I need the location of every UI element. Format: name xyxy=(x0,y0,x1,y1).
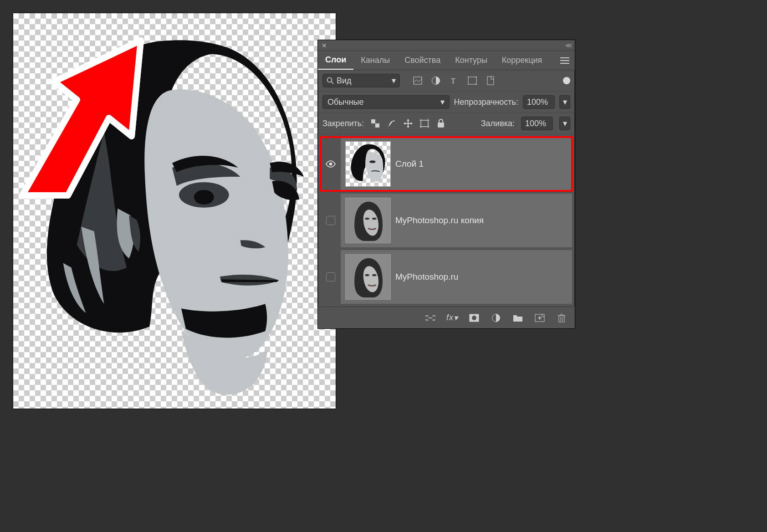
tab-label: Слои xyxy=(325,55,346,65)
panel-bottom-toolbar: fx▾ xyxy=(318,307,575,328)
svg-rect-11 xyxy=(468,84,469,85)
layers-list: Слой 1 MyPhotoshop.ru копия xyxy=(318,134,575,304)
svg-rect-13 xyxy=(487,77,494,85)
chevron-down-icon: ▾ xyxy=(440,97,445,107)
svg-rect-10 xyxy=(476,77,477,77)
svg-rect-8 xyxy=(468,77,476,84)
layer-thumbnail[interactable] xyxy=(345,198,391,243)
filter-pixel-icon[interactable] xyxy=(413,76,423,86)
svg-point-31 xyxy=(372,274,377,276)
filter-adjust-icon[interactable] xyxy=(431,76,441,86)
layer-filter-row: Вид ▾ T xyxy=(318,70,575,92)
svg-rect-16 xyxy=(375,119,379,123)
document-canvas[interactable] xyxy=(13,13,336,409)
visibility-unchecked-icon xyxy=(326,272,335,281)
lock-artboard-icon[interactable] xyxy=(419,118,430,128)
fill-stepper[interactable]: ▾ xyxy=(559,117,570,130)
layers-panel: ✕ << Слои Каналы Свойства Контуры Коррек… xyxy=(317,40,575,329)
lock-label: Закрепить: xyxy=(322,119,364,128)
tab-adjustments[interactable]: Коррекция xyxy=(495,51,550,70)
panel-titlebar[interactable]: ✕ << xyxy=(318,40,575,51)
search-label: Вид xyxy=(337,76,352,86)
svg-point-24 xyxy=(329,163,332,165)
svg-rect-9 xyxy=(468,77,469,77)
svg-point-1 xyxy=(194,190,214,205)
blend-mode-value: Обычные xyxy=(327,97,364,107)
svg-rect-17 xyxy=(371,123,375,128)
lock-transparency-icon[interactable] xyxy=(370,118,380,128)
svg-rect-23 xyxy=(438,123,444,128)
search-icon xyxy=(327,77,334,84)
svg-text:T: T xyxy=(451,77,455,85)
link-layers-icon[interactable] xyxy=(425,313,435,323)
blend-opacity-row: Обычные ▾ Непрозрачность: 100% ▾ xyxy=(318,92,575,113)
fill-label: Заливка: xyxy=(481,119,515,128)
svg-rect-38 xyxy=(559,316,564,322)
panel-tabs: Слои Каналы Свойства Контуры Коррекция xyxy=(318,51,575,70)
panel-menu-icon[interactable] xyxy=(555,51,575,70)
visibility-toggle[interactable] xyxy=(321,250,341,304)
tab-label: Свойства xyxy=(404,56,440,65)
callout-arrow xyxy=(13,13,168,205)
layer-thumbnail[interactable] xyxy=(345,254,391,300)
visibility-unchecked-icon xyxy=(326,216,335,225)
opacity-label: Непрозрачность: xyxy=(454,97,518,107)
tab-label: Контуры xyxy=(455,56,487,65)
new-layer-icon[interactable] xyxy=(535,313,545,323)
tab-properties[interactable]: Свойства xyxy=(397,51,448,70)
collapse-icon[interactable]: << xyxy=(566,42,571,49)
opacity-input[interactable]: 100% xyxy=(523,95,555,109)
layer-name: Слой 1 xyxy=(395,159,424,169)
tab-channels[interactable]: Каналы xyxy=(353,51,397,70)
svg-rect-18 xyxy=(421,120,428,127)
blend-mode-select[interactable]: Обычные ▾ xyxy=(322,95,450,109)
tab-layers[interactable]: Слои xyxy=(318,51,353,70)
layer-search[interactable]: Вид ▾ xyxy=(322,74,400,87)
svg-point-3 xyxy=(327,78,332,82)
svg-point-30 xyxy=(365,274,369,276)
tab-label: Каналы xyxy=(361,56,390,65)
svg-rect-12 xyxy=(476,84,477,85)
fill-input[interactable]: 100% xyxy=(521,117,553,130)
layer-name: MyPhotoshop.ru xyxy=(395,272,458,282)
svg-rect-15 xyxy=(375,123,379,128)
svg-rect-5 xyxy=(414,77,422,84)
svg-rect-14 xyxy=(371,119,375,123)
svg-point-28 xyxy=(372,218,377,220)
svg-point-25 xyxy=(369,160,376,163)
layer-name: MyPhotoshop.ru копия xyxy=(395,215,484,225)
filter-type-icon[interactable]: T xyxy=(449,76,459,86)
svg-marker-2 xyxy=(22,41,141,195)
new-group-icon[interactable] xyxy=(513,313,523,323)
filter-smart-icon[interactable] xyxy=(486,76,496,86)
new-adjustment-icon[interactable] xyxy=(491,313,501,323)
lock-image-icon[interactable] xyxy=(387,118,397,128)
opacity-stepper[interactable]: ▾ xyxy=(559,95,570,109)
layer-row[interactable]: MyPhotoshop.ru копия xyxy=(321,194,572,247)
eye-icon xyxy=(325,159,336,169)
close-icon[interactable]: ✕ xyxy=(322,42,327,49)
visibility-toggle[interactable] xyxy=(321,194,341,247)
lock-all-icon[interactable] xyxy=(436,118,446,128)
visibility-toggle[interactable] xyxy=(321,137,341,191)
svg-point-27 xyxy=(365,218,369,220)
svg-line-4 xyxy=(332,82,334,84)
layer-thumbnail[interactable] xyxy=(345,141,391,187)
tab-label: Коррекция xyxy=(502,56,542,65)
tab-paths[interactable]: Контуры xyxy=(448,51,495,70)
lock-fill-row: Закрепить: Заливка: 100% ▾ xyxy=(318,113,575,134)
add-mask-icon[interactable] xyxy=(469,313,479,323)
filter-shape-icon[interactable] xyxy=(467,76,477,86)
layer-row[interactable]: Слой 1 xyxy=(321,137,572,191)
layer-row[interactable]: MyPhotoshop.ru xyxy=(321,250,572,304)
lock-position-icon[interactable] xyxy=(403,118,413,128)
delete-layer-icon[interactable] xyxy=(557,313,567,323)
fill-value: 100% xyxy=(525,119,546,128)
layer-fx-icon[interactable]: fx▾ xyxy=(447,313,457,323)
filter-toggle[interactable] xyxy=(563,77,570,84)
chevron-down-icon: ▾ xyxy=(392,76,396,86)
opacity-value: 100% xyxy=(527,97,548,107)
svg-point-33 xyxy=(472,316,476,320)
